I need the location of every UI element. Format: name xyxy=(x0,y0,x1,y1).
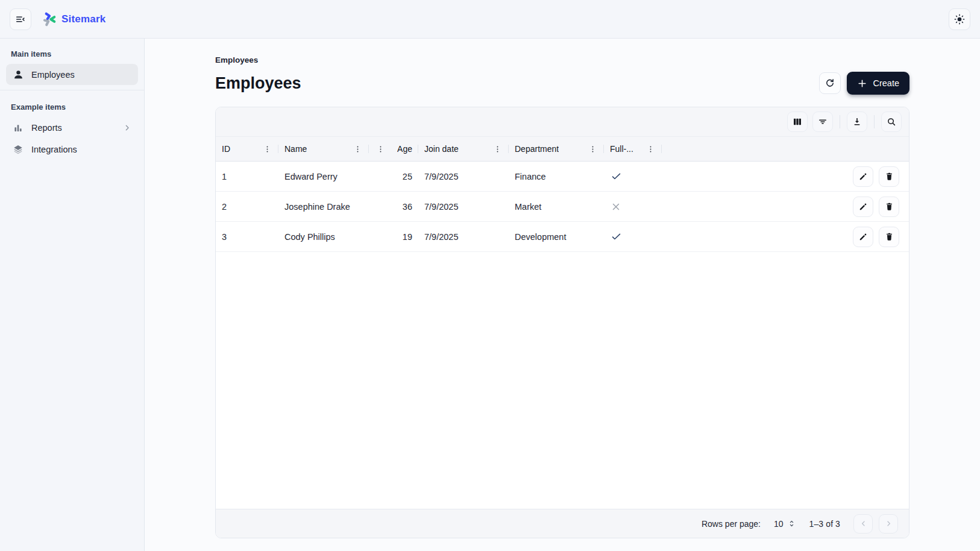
refresh-icon xyxy=(825,78,835,89)
check-icon xyxy=(610,171,622,183)
cell-age: 25 xyxy=(369,172,418,181)
filter-button[interactable] xyxy=(812,112,833,132)
sun-icon xyxy=(953,13,966,25)
column-header-id[interactable]: ID xyxy=(216,137,278,161)
delete-button[interactable] xyxy=(879,197,899,217)
cell-name: Josephine Drake xyxy=(278,202,369,212)
grid-toolbar xyxy=(216,107,909,136)
download-icon xyxy=(852,116,862,127)
edit-button[interactable] xyxy=(853,197,873,217)
column-header-age[interactable]: Age xyxy=(369,137,418,161)
bar-chart-icon xyxy=(12,122,24,134)
cell-id: 2 xyxy=(216,202,278,212)
column-header-label: Name xyxy=(284,144,307,154)
page-title: Employees xyxy=(215,74,301,93)
grid-empty-area xyxy=(216,252,909,509)
grid-footer: Rows per page: 10 1–3 of 3 xyxy=(216,509,909,538)
column-header-label: Age xyxy=(397,144,412,154)
cell-join-date: 7/9/2025 xyxy=(418,172,509,181)
person-icon xyxy=(12,69,24,81)
cell-full-time xyxy=(604,171,662,183)
column-menu-icon[interactable] xyxy=(262,143,272,154)
previous-page-button[interactable] xyxy=(853,514,873,534)
collapse-menu-button[interactable] xyxy=(10,8,31,30)
next-page-button[interactable] xyxy=(879,514,898,534)
column-header-join-date[interactable]: Join date xyxy=(418,137,509,161)
search-icon xyxy=(886,116,897,127)
trash-icon xyxy=(884,201,894,212)
delete-button[interactable] xyxy=(879,166,899,187)
create-button[interactable]: Create xyxy=(847,72,909,95)
sidebar-item-label: Integrations xyxy=(31,145,77,154)
sidebar-divider xyxy=(0,90,144,90)
export-button[interactable] xyxy=(847,112,867,132)
grid-header-row: ID Name Age xyxy=(216,136,909,162)
column-header-label: Join date xyxy=(424,144,459,154)
column-menu-icon[interactable] xyxy=(375,143,386,154)
cell-full-time xyxy=(604,231,662,243)
data-grid: ID Name Age xyxy=(215,107,909,538)
sidebar-item-employees[interactable]: Employees xyxy=(6,64,138,85)
filter-icon xyxy=(817,116,828,127)
cell-full-time xyxy=(604,201,662,213)
cell-age: 36 xyxy=(369,202,418,212)
pencil-icon xyxy=(858,231,868,242)
cell-id: 1 xyxy=(216,172,278,181)
column-header-label: Full-... xyxy=(610,144,633,154)
cell-name: Cody Phillips xyxy=(278,232,369,242)
sitemark-logo-icon xyxy=(41,11,57,27)
column-header-label: ID xyxy=(222,144,230,154)
column-header-full-time[interactable]: Full-... xyxy=(604,137,662,161)
row-actions xyxy=(828,227,909,247)
collapse-menu-icon xyxy=(14,13,27,25)
app-bar: Sitemark xyxy=(0,0,980,39)
column-header-name[interactable]: Name xyxy=(278,137,369,161)
column-menu-icon[interactable] xyxy=(492,143,503,154)
table-row[interactable]: 2 Josephine Drake 36 7/9/2025 Market xyxy=(216,192,909,222)
cell-join-date: 7/9/2025 xyxy=(418,202,509,212)
table-row[interactable]: 1 Edward Perry 25 7/9/2025 Finance xyxy=(216,162,909,192)
sidebar-item-reports[interactable]: Reports xyxy=(6,117,138,138)
rows-per-page-select[interactable]: 10 xyxy=(774,519,796,529)
toolbar-divider xyxy=(840,115,840,128)
chevron-left-icon xyxy=(859,519,868,528)
cell-name: Edward Perry xyxy=(278,172,369,181)
column-menu-icon[interactable] xyxy=(645,143,656,154)
sidebar-item-integrations[interactable]: Integrations xyxy=(6,139,138,160)
columns-icon xyxy=(792,116,803,127)
cell-join-date: 7/9/2025 xyxy=(418,232,509,242)
pencil-icon xyxy=(858,171,868,181)
edit-button[interactable] xyxy=(853,227,873,247)
cell-id: 3 xyxy=(216,232,278,242)
columns-button[interactable] xyxy=(787,112,808,132)
cell-department: Development xyxy=(509,232,604,242)
pencil-icon xyxy=(858,201,868,212)
brand-name: Sitemark xyxy=(61,13,105,25)
breadcrumb[interactable]: Employees xyxy=(215,55,909,65)
brand[interactable]: Sitemark xyxy=(41,11,105,27)
search-button[interactable] xyxy=(881,112,902,132)
sidebar-section-main-items: Main items xyxy=(0,42,144,63)
chevron-right-icon xyxy=(884,519,893,528)
column-menu-icon[interactable] xyxy=(587,143,598,154)
layers-icon xyxy=(12,143,24,156)
refresh-button[interactable] xyxy=(819,72,841,94)
unfold-more-icon xyxy=(787,519,796,528)
x-icon xyxy=(610,201,622,213)
rows-per-page-value: 10 xyxy=(774,519,784,529)
table-row[interactable]: 3 Cody Phillips 19 7/9/2025 Development xyxy=(216,222,909,252)
column-header-department[interactable]: Department xyxy=(509,137,604,161)
cell-department: Finance xyxy=(509,172,604,181)
chevron-right-icon xyxy=(122,123,132,133)
main-content: Employees Employees Create xyxy=(145,39,980,551)
rows-per-page-label: Rows per page: xyxy=(702,519,761,529)
check-icon xyxy=(610,231,622,243)
trash-icon xyxy=(884,231,894,242)
edit-button[interactable] xyxy=(853,166,873,187)
delete-button[interactable] xyxy=(879,227,899,247)
row-actions xyxy=(828,166,909,187)
column-menu-icon[interactable] xyxy=(352,143,363,154)
cell-age: 19 xyxy=(369,232,418,242)
sidebar: Main items Employees Example items Repor… xyxy=(0,39,145,551)
theme-toggle-button[interactable] xyxy=(949,8,970,30)
